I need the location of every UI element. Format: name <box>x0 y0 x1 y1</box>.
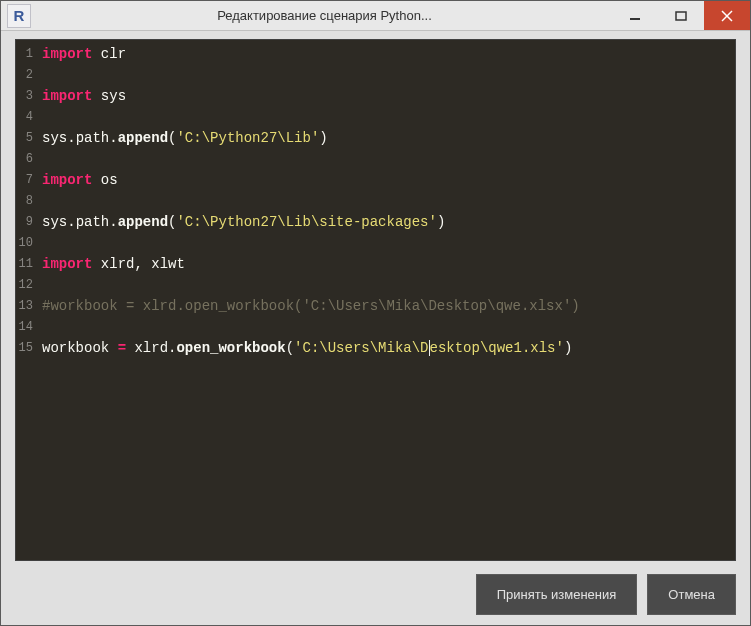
line-number: 15 <box>16 338 33 359</box>
code-token: xlrd, xlwt <box>101 256 185 272</box>
line-number: 3 <box>16 86 33 107</box>
code-token: workbook <box>42 340 118 356</box>
close-icon <box>721 10 733 22</box>
accept-button[interactable]: Принять изменения <box>476 574 638 615</box>
code-token: . <box>67 214 75 230</box>
code-token: ( <box>286 340 294 356</box>
line-number: 5 <box>16 128 33 149</box>
code-token: #workbook = xlrd.open_workbook('C:\Users… <box>42 298 580 314</box>
code-token: import <box>42 88 92 104</box>
line-number: 10 <box>16 233 33 254</box>
code-token: sys <box>101 88 126 104</box>
code-token: sys <box>42 130 67 146</box>
code-editor[interactable]: 123456789101112131415 import clrimport s… <box>15 39 736 561</box>
code-line[interactable] <box>42 317 735 338</box>
titlebar[interactable]: R Редактирование сценария Python... <box>1 1 750 31</box>
code-token: . <box>67 130 75 146</box>
code-line[interactable]: import os <box>42 170 735 191</box>
line-number: 9 <box>16 212 33 233</box>
code-line[interactable] <box>42 65 735 86</box>
cancel-button[interactable]: Отмена <box>647 574 736 615</box>
code-token <box>92 256 100 272</box>
code-token: 'C:\Python27\Lib' <box>176 130 319 146</box>
code-line[interactable] <box>42 233 735 254</box>
line-number: 2 <box>16 65 33 86</box>
line-number-gutter: 123456789101112131415 <box>16 40 36 560</box>
python-editor-window: R Редактирование сценария Python... 1234… <box>0 0 751 626</box>
code-token <box>92 46 100 62</box>
code-token: esktop\qwe1.xls' <box>430 340 564 356</box>
window-controls <box>612 1 750 30</box>
maximize-icon <box>675 10 687 22</box>
line-number: 13 <box>16 296 33 317</box>
code-token: import <box>42 256 92 272</box>
code-token: append <box>118 214 168 230</box>
code-line[interactable]: sys.path.append('C:\Python27\Lib\site-pa… <box>42 212 735 233</box>
code-token: ) <box>564 340 572 356</box>
code-token: path <box>76 214 110 230</box>
minimize-icon <box>629 10 641 22</box>
line-number: 11 <box>16 254 33 275</box>
code-line[interactable] <box>42 107 735 128</box>
code-line[interactable] <box>42 191 735 212</box>
line-number: 7 <box>16 170 33 191</box>
code-token: xlrd <box>126 340 168 356</box>
code-token: import <box>42 172 92 188</box>
code-token: 'C:\Python27\Lib\site-packages' <box>176 214 436 230</box>
code-token: path <box>76 130 110 146</box>
code-area[interactable]: import clrimport syssys.path.append('C:\… <box>36 40 735 560</box>
code-token: append <box>118 130 168 146</box>
code-token: sys <box>42 214 67 230</box>
code-line[interactable]: import xlrd, xlwt <box>42 254 735 275</box>
app-icon: R <box>7 4 31 28</box>
code-token: . <box>109 214 117 230</box>
code-token: os <box>101 172 118 188</box>
code-token: = <box>118 340 126 356</box>
svg-rect-1 <box>676 12 686 20</box>
window-title: Редактирование сценария Python... <box>37 8 612 23</box>
minimize-button[interactable] <box>612 1 658 30</box>
line-number: 6 <box>16 149 33 170</box>
code-token: open_workbook <box>176 340 285 356</box>
code-line[interactable] <box>42 149 735 170</box>
line-number: 8 <box>16 191 33 212</box>
line-number: 1 <box>16 44 33 65</box>
line-number: 12 <box>16 275 33 296</box>
code-token: ) <box>319 130 327 146</box>
code-line[interactable]: import sys <box>42 86 735 107</box>
code-token <box>92 88 100 104</box>
code-token: 'C:\Users\Mika\D <box>294 340 428 356</box>
code-token: clr <box>101 46 126 62</box>
code-line[interactable]: import clr <box>42 44 735 65</box>
code-line[interactable]: workbook = xlrd.open_workbook('C:\Users\… <box>42 338 735 359</box>
line-number: 14 <box>16 317 33 338</box>
code-line[interactable]: sys.path.append('C:\Python27\Lib') <box>42 128 735 149</box>
code-token: import <box>42 46 92 62</box>
code-line[interactable] <box>42 275 735 296</box>
dialog-buttons: Принять изменения Отмена <box>476 574 736 615</box>
line-number: 4 <box>16 107 33 128</box>
code-token <box>92 172 100 188</box>
code-token: . <box>109 130 117 146</box>
close-button[interactable] <box>704 1 750 30</box>
code-line[interactable]: #workbook = xlrd.open_workbook('C:\Users… <box>42 296 735 317</box>
maximize-button[interactable] <box>658 1 704 30</box>
code-token: ) <box>437 214 445 230</box>
